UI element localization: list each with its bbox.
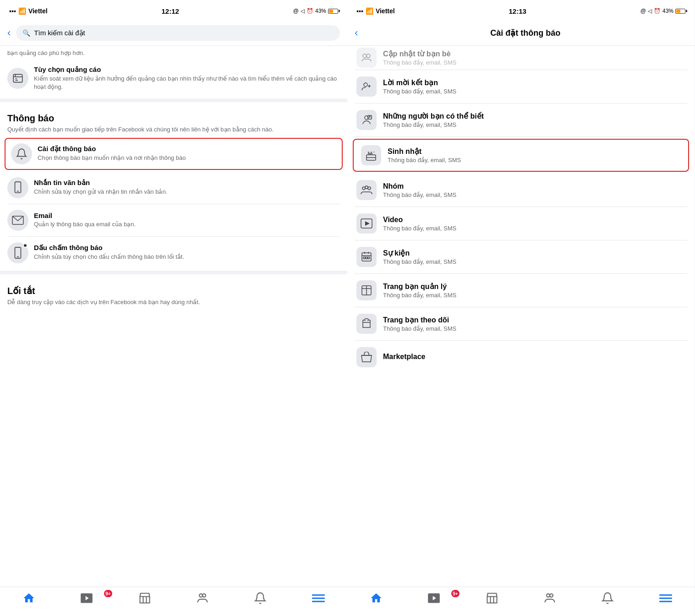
- divider-r3: [355, 136, 687, 137]
- groups-item[interactable]: Nhóm Thông báo đầy, email, SMS: [347, 174, 695, 207]
- right-back-button[interactable]: ‹: [355, 27, 358, 39]
- left-nav-bar: ‹ 🔍 Tìm kiếm cài đặt: [0, 20, 347, 46]
- friend-request-icon: [356, 76, 377, 97]
- email-text: Email Quản lý thông báo qua email của bạ…: [34, 212, 340, 229]
- notification-section-subtitle: Quyết định cách bạn muốn giao tiếp trên …: [7, 125, 340, 134]
- search-icon: 🔍: [22, 29, 30, 37]
- video-item[interactable]: Video Thông báo đầy, email, SMS: [347, 207, 695, 240]
- marketplace-text: Marketplace: [383, 353, 685, 362]
- right-tab-video[interactable]: 9+: [405, 592, 463, 608]
- svg-point-45: [547, 594, 550, 597]
- tab-home[interactable]: [0, 592, 58, 608]
- partial-friends-update[interactable]: Cập nhật từ bạn bè Thông báo đầy, email,…: [347, 46, 695, 70]
- followed-pages-item[interactable]: Trang bạn theo dõi Thông báo đầy, email,…: [347, 307, 695, 340]
- tab-video[interactable]: 9+: [58, 592, 115, 608]
- tab-groups[interactable]: [174, 592, 231, 608]
- svg-rect-47: [659, 594, 672, 596]
- svg-point-29: [368, 187, 371, 190]
- shortcut-section-subtitle: Dễ dàng truy cập vào các dịch vụ trên Fa…: [7, 298, 340, 306]
- email-item[interactable]: Email Quản lý thông báo qua email của bạ…: [0, 204, 347, 236]
- birthday-item[interactable]: Sinh nhật Thông báo đầy, email, SMS: [353, 139, 689, 172]
- right-nav-bar: ‹ Cài đặt thông báo: [347, 20, 695, 46]
- battery-pct: 43%: [315, 8, 326, 14]
- notification-settings-item[interactable]: Cài đặt thông báo Chọn thông báo bạn muố…: [5, 138, 343, 170]
- right-tab-menu[interactable]: [637, 592, 695, 608]
- friend-request-text: Lời mời kết bạn Thông báo đầy, email, SM…: [383, 78, 685, 95]
- divider-1: [0, 98, 347, 102]
- left-content: bạn quảng cáo phù hợp hơn. Tùy chọn quản…: [0, 46, 347, 587]
- right-carrier: ▪▪▪ 📶 Viettel: [356, 7, 395, 15]
- email-title: Email: [34, 212, 340, 219]
- search-bar[interactable]: 🔍 Tìm kiếm cài đặt: [16, 25, 340, 41]
- back-button[interactable]: ‹: [7, 27, 11, 39]
- dot-notif-subtitle: Chỉnh sửa tùy chọn cho dấu chấm thông bá…: [34, 253, 340, 261]
- events-icon: [356, 247, 377, 267]
- dot-notif-title: Dấu chấm thông báo: [34, 244, 340, 252]
- home-icon: [22, 592, 35, 608]
- marketplace-icon: [356, 347, 377, 367]
- marketplace-item[interactable]: Marketplace: [347, 341, 695, 374]
- right-tab-shop[interactable]: [463, 592, 521, 608]
- right-time: 12:13: [509, 7, 526, 15]
- tab-notifications[interactable]: [231, 592, 289, 608]
- birthday-text: Sinh nhật Thông báo đầy, email, SMS: [388, 147, 681, 164]
- svg-rect-49: [659, 601, 672, 602]
- notification-settings-subtitle: Chọn thông báo bạn muốn nhận và nơi nhận…: [38, 154, 336, 162]
- right-status-bar: ▪▪▪ 📶 Viettel 12:13 @ ◁ ⏰ 43%: [347, 0, 695, 20]
- groups-notif-text: Nhóm Thông báo đầy, email, SMS: [383, 182, 685, 198]
- sms-text: Nhắn tin văn bản Chỉnh sửa tùy chọn gửi …: [34, 179, 340, 196]
- svg-rect-37: [363, 257, 365, 259]
- followed-pages-icon: [356, 314, 377, 334]
- right-content: Cập nhật từ bạn bè Thông báo đầy, email,…: [347, 46, 695, 587]
- alarm-icon: ⏰: [306, 8, 313, 14]
- email-icon: [7, 210, 28, 231]
- notification-section-title: Thông báo: [7, 113, 340, 124]
- dot-notif-text: Dấu chấm thông báo Chỉnh sửa tùy chọn ch…: [34, 244, 340, 261]
- svg-point-46: [550, 594, 553, 597]
- right-tab-groups[interactable]: [521, 592, 579, 608]
- ad-icon: [7, 68, 28, 89]
- bell-icon: [11, 143, 32, 164]
- people-you-know-item[interactable]: Những người bạn có thể biết Thông báo đầ…: [347, 104, 695, 136]
- managed-pages-item[interactable]: Trang bạn quản lý Thông báo đầy, email, …: [347, 274, 695, 307]
- right-tab-home[interactable]: [347, 592, 405, 608]
- right-signal-icon: ▪▪▪: [356, 7, 363, 15]
- menu-icon: [312, 592, 325, 608]
- events-item[interactable]: Sự kiện Thông báo đầy, email, SMS: [347, 240, 695, 273]
- tab-shop[interactable]: [116, 592, 174, 608]
- groups-notif-icon: [356, 180, 377, 200]
- right-video-icon: [427, 592, 440, 608]
- left-time: 12:12: [162, 7, 179, 15]
- ad-settings-item[interactable]: Tùy chọn quảng cáo Kiểm soát xem dữ liệu…: [0, 60, 347, 97]
- svg-rect-12: [312, 594, 325, 596]
- right-shop-icon: [486, 592, 498, 608]
- right-tab-bar: 9+: [347, 587, 695, 616]
- managed-pages-icon: [356, 280, 377, 300]
- friend-request-item[interactable]: Lời mời kết bạn Thông báo đầy, email, SM…: [347, 70, 695, 103]
- managed-pages-text: Trang bạn quản lý Thông báo đầy, email, …: [383, 282, 685, 299]
- right-bell-icon: [601, 592, 614, 608]
- sms-subtitle: Chỉnh sửa tùy chọn gửi và nhận tin nhắn …: [34, 188, 340, 196]
- svg-rect-38: [366, 257, 367, 259]
- sms-title: Nhắn tin văn bản: [34, 179, 340, 187]
- location-icon: @: [293, 8, 299, 14]
- video-notif-text: Video Thông báo đầy, email, SMS: [383, 216, 685, 232]
- search-input[interactable]: Tìm kiếm cài đặt: [34, 29, 85, 37]
- right-tab-notifications[interactable]: [579, 592, 636, 608]
- right-home-icon: [370, 592, 383, 608]
- video-badge: 9+: [104, 590, 112, 597]
- right-menu-icon: [659, 592, 672, 608]
- bell-tab-icon: [254, 592, 267, 608]
- divider-2: [0, 271, 347, 274]
- partial-top-text: bạn quảng cáo phù hợp hơn.: [0, 46, 347, 60]
- right-battery-pct: 43%: [662, 8, 673, 14]
- right-location-icon: @: [640, 8, 646, 14]
- tab-menu[interactable]: [290, 592, 347, 608]
- followed-pages-text: Trang bạn theo dõi Thông báo đầy, email,…: [383, 316, 685, 332]
- left-panel: ▪▪▪ 📶 Viettel 12:12 @ ◁ ⏰ 43% ‹ 🔍 Tìm ki…: [0, 0, 347, 616]
- svg-point-16: [367, 54, 370, 58]
- dot-notif-item[interactable]: Dấu chấm thông báo Chỉnh sửa tùy chọn ch…: [0, 237, 347, 269]
- groups-icon: [196, 592, 209, 608]
- marketplace-title: Marketplace: [383, 353, 685, 361]
- sms-item[interactable]: Nhắn tin văn bản Chỉnh sửa tùy chọn gửi …: [0, 172, 347, 204]
